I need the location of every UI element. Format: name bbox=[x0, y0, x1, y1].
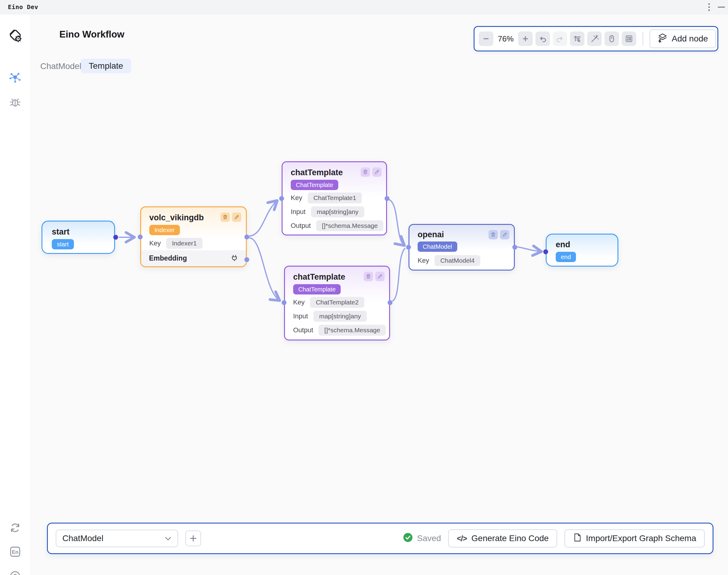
add-graph-button[interactable] bbox=[185, 531, 201, 546]
debug-bug-icon[interactable] bbox=[8, 95, 22, 109]
port-openai-output[interactable] bbox=[512, 245, 517, 250]
key-row: Key ChatModel4 bbox=[418, 255, 480, 266]
tab-template[interactable]: Template bbox=[81, 59, 131, 73]
edit-node-button[interactable] bbox=[375, 272, 385, 281]
tab-chatmodel[interactable]: ChatModel bbox=[40, 61, 81, 71]
key-label: Key bbox=[418, 257, 429, 265]
delete-node-button[interactable] bbox=[364, 272, 373, 281]
row-value: map[string]any bbox=[313, 311, 367, 322]
input-row: Input map[string]any bbox=[293, 311, 367, 322]
zoom-in-button[interactable] bbox=[518, 31, 533, 46]
edit-node-button[interactable] bbox=[372, 167, 382, 177]
import-export-schema-label: Import/Export Graph Schema bbox=[586, 534, 696, 543]
more-actions-icon[interactable] bbox=[707, 2, 711, 12]
row-label: Key bbox=[293, 298, 305, 306]
node-type-badge: ChatModel bbox=[418, 241, 457, 252]
row-label: Input bbox=[293, 312, 308, 320]
output-row: Output []*schema.Message bbox=[291, 220, 383, 231]
toolbar-divider bbox=[643, 32, 643, 45]
magic-wand-button[interactable] bbox=[587, 31, 602, 46]
key-row: Key ChatTemplate1 bbox=[291, 193, 362, 203]
minimize-icon[interactable] bbox=[718, 7, 725, 7]
port-openai-input[interactable] bbox=[406, 245, 411, 250]
delete-node-button[interactable] bbox=[220, 212, 230, 222]
node-title: openai bbox=[418, 230, 444, 239]
generate-eino-code-label: Generate Eino Code bbox=[472, 534, 549, 543]
zoom-level: 76% bbox=[496, 34, 515, 43]
delete-node-button[interactable] bbox=[361, 167, 370, 177]
port-volc-input[interactable] bbox=[138, 235, 143, 239]
embedding-section[interactable]: Embedding bbox=[141, 250, 246, 266]
row-value: ChatTemplate1 bbox=[308, 193, 362, 203]
port-chattemplate1-output[interactable] bbox=[385, 196, 389, 201]
node-start[interactable]: start start bbox=[41, 221, 115, 254]
row-label: Output bbox=[291, 222, 311, 230]
edge-openai-end bbox=[518, 247, 541, 251]
bottom-bar: ChatModel Saved </> Generate Eino Code I… bbox=[47, 522, 714, 554]
window-title: Eino Dev bbox=[8, 3, 38, 10]
port-volc-embedding[interactable] bbox=[244, 257, 249, 262]
left-sidebar: En ? bbox=[0, 14, 30, 575]
help-label: ? bbox=[13, 573, 17, 575]
import-export-schema-button[interactable]: Import/Export Graph Schema bbox=[565, 529, 705, 547]
titlebar-actions bbox=[707, 0, 726, 14]
node-title: end bbox=[556, 240, 570, 249]
save-status: Saved bbox=[403, 533, 441, 544]
key-row: Key Indexer1 bbox=[149, 238, 202, 249]
node-title: volc_vikingdb bbox=[149, 213, 204, 223]
node-chattemplate-2[interactable]: chatTemplate ChatTemplate Key ChatTempla… bbox=[284, 266, 390, 340]
row-label: Input bbox=[291, 208, 306, 216]
node-volc-vikingdb[interactable]: volc_vikingdb Indexer Key Indexer1 Embed… bbox=[140, 206, 247, 267]
minimap-button[interactable] bbox=[622, 31, 636, 46]
plug-icon bbox=[231, 254, 238, 263]
graph-selector-value: ChatModel bbox=[62, 534, 103, 543]
node-title: start bbox=[52, 227, 70, 237]
node-type-badge: ChatTemplate bbox=[291, 180, 338, 190]
node-end[interactable]: end end bbox=[546, 234, 619, 267]
auto-layout-button[interactable] bbox=[570, 31, 584, 46]
node-type-badge: start bbox=[52, 239, 74, 249]
port-chattemplate1-input[interactable] bbox=[279, 196, 284, 201]
node-chattemplate-1[interactable]: chatTemplate ChatTemplate Key ChatTempla… bbox=[282, 161, 387, 235]
redo-button[interactable] bbox=[553, 31, 567, 46]
undo-button[interactable] bbox=[535, 31, 550, 46]
language-label: En bbox=[12, 549, 19, 555]
app-logo-icon bbox=[7, 27, 23, 43]
output-row: Output []*schema.Message bbox=[293, 325, 386, 336]
layers-plus-icon bbox=[658, 33, 668, 45]
key-label: Key bbox=[149, 239, 161, 247]
page-title: Eino Workflow bbox=[59, 29, 124, 40]
file-icon bbox=[573, 533, 581, 544]
zoom-out-button[interactable] bbox=[479, 31, 493, 46]
port-chattemplate2-output[interactable] bbox=[388, 300, 392, 305]
edit-node-button[interactable] bbox=[232, 212, 241, 222]
row-value: []*schema.Message bbox=[316, 220, 383, 231]
refresh-icon[interactable] bbox=[9, 522, 21, 534]
key-value: ChatModel4 bbox=[435, 255, 480, 266]
node-openai[interactable]: openai ChatModel Key ChatModel4 bbox=[409, 224, 515, 271]
input-row: Input map[string]any bbox=[291, 206, 364, 217]
chevron-down-icon bbox=[165, 534, 171, 543]
edge-volc-chattemplate2 bbox=[250, 238, 279, 300]
row-value: map[string]any bbox=[311, 206, 364, 217]
edge-chattemplate1-openai bbox=[389, 200, 404, 245]
add-node-button[interactable]: Add node bbox=[650, 29, 716, 48]
graph-selector[interactable]: ChatModel bbox=[56, 530, 178, 547]
row-label: Key bbox=[291, 194, 302, 202]
window-titlebar: Eino Dev bbox=[0, 0, 728, 14]
node-type-badge: end bbox=[556, 252, 576, 262]
port-end-input[interactable] bbox=[543, 249, 548, 254]
help-icon[interactable]: ? bbox=[9, 571, 21, 575]
port-volc-output[interactable] bbox=[244, 235, 249, 239]
edge-volc-chattemplate1 bbox=[250, 201, 277, 236]
row-value: ChatTemplate2 bbox=[310, 297, 364, 308]
canvas-toolbar: 76% bbox=[474, 26, 718, 52]
port-chattemplate2-input[interactable] bbox=[282, 300, 286, 305]
workflow-graph-icon[interactable] bbox=[8, 70, 22, 84]
language-icon[interactable]: En bbox=[9, 546, 21, 557]
generate-eino-code-button[interactable]: </> Generate Eino Code bbox=[448, 529, 557, 547]
edit-node-button[interactable] bbox=[500, 230, 509, 239]
port-start-output[interactable] bbox=[113, 235, 118, 240]
delete-node-button[interactable] bbox=[488, 230, 498, 239]
mouse-settings-button[interactable] bbox=[604, 31, 619, 46]
